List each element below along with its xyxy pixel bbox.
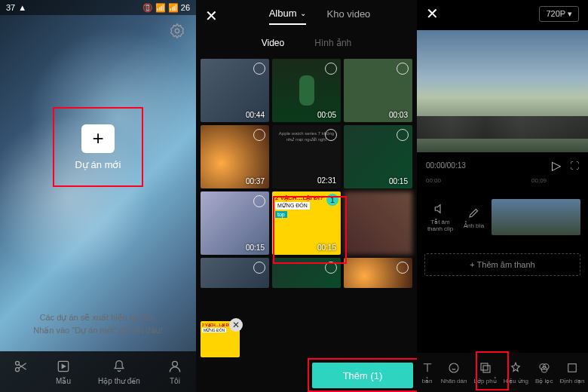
scissors-icon xyxy=(14,359,29,374)
video-thumb[interactable]: 00:44 xyxy=(201,59,269,122)
tab-album[interactable]: Album⌄ xyxy=(269,8,306,25)
bell-icon xyxy=(112,359,127,374)
new-project-label: Dự án mới xyxy=(75,159,121,170)
fullscreen-button[interactable]: ⛶ xyxy=(570,161,579,171)
play-button[interactable]: ▷ xyxy=(552,158,561,173)
format-icon xyxy=(565,361,579,375)
add-audio-button[interactable]: + Thêm âm thanh xyxy=(424,253,580,276)
svg-point-0 xyxy=(175,29,179,33)
highlight-annotation xyxy=(273,196,347,264)
svg-point-5 xyxy=(449,363,458,372)
select-circle[interactable] xyxy=(397,262,409,274)
tab-template[interactable]: Mẫu xyxy=(56,359,71,385)
tab-me[interactable]: Tôi xyxy=(167,359,182,385)
tab-inbox[interactable]: Hộp thư đến xyxy=(98,359,140,385)
svg-point-4 xyxy=(173,361,178,366)
effects-icon xyxy=(509,361,522,375)
select-circle[interactable] xyxy=(325,129,337,141)
tab-edit[interactable]: . xyxy=(14,359,29,385)
video-thumb[interactable]: 00:03 xyxy=(344,59,412,122)
select-circle[interactable] xyxy=(253,262,265,274)
pencil-icon xyxy=(467,206,481,219)
playback-time: 00:00/00:13 xyxy=(426,161,543,170)
select-circle[interactable] xyxy=(397,195,409,207)
mute-clip-button[interactable]: Tắt âm thanh clip xyxy=(424,202,456,232)
timeline-ticks: 00:0000:09 xyxy=(417,176,588,185)
status-indicators: 📵 📶 📶 26 xyxy=(26,3,190,13)
user-icon xyxy=(167,359,182,374)
video-thumb[interactable] xyxy=(344,191,412,255)
video-thumb[interactable]: 02:31 xyxy=(272,125,341,188)
close-button[interactable]: ✕ xyxy=(426,5,439,23)
video-thumb[interactable] xyxy=(344,258,412,288)
video-preview[interactable] xyxy=(417,30,588,152)
highlight-annotation xyxy=(308,358,417,392)
tool-sticker[interactable]: Nhãn dán xyxy=(441,361,467,384)
timeline-clip[interactable] xyxy=(492,199,580,235)
cover-image-button[interactable]: Ảnh bìa xyxy=(464,206,484,229)
select-circle[interactable] xyxy=(253,63,265,75)
select-circle[interactable] xyxy=(397,129,409,141)
select-circle[interactable] xyxy=(325,63,337,75)
camera-icon: ▲ xyxy=(18,3,26,12)
settings-button[interactable] xyxy=(169,23,185,42)
tool-format[interactable]: Định dạn xyxy=(560,361,585,384)
filter-icon xyxy=(537,361,551,375)
plus-icon xyxy=(81,124,115,153)
video-thumb[interactable]: 00:15 xyxy=(344,125,412,188)
status-time: 37 xyxy=(6,3,15,12)
speaker-icon xyxy=(433,202,447,216)
tool-filter[interactable]: Bộ lọc xyxy=(535,361,553,384)
selected-clips-strip: 2 VẠCH…LẠI ĐI? MỪNG ĐÓN ✕ xyxy=(201,321,240,357)
resolution-selector[interactable]: 720P ▾ xyxy=(539,6,579,22)
subtab-video[interactable]: Video xyxy=(262,38,284,48)
video-thumb[interactable]: 00:05 xyxy=(272,59,341,122)
highlight-annotation xyxy=(476,351,509,390)
text-icon xyxy=(421,361,434,375)
select-circle[interactable] xyxy=(253,195,265,207)
empty-state-hint: Các dự án sẽ xuất hiện tại đây. Nhấn vào… xyxy=(0,311,196,336)
select-circle[interactable] xyxy=(253,129,265,141)
video-thumb[interactable]: 00:15 xyxy=(201,191,269,255)
video-thumb[interactable] xyxy=(201,258,269,288)
tab-storage[interactable]: Kho video xyxy=(327,8,371,24)
chevron-down-icon: ⌄ xyxy=(300,9,306,17)
svg-rect-11 xyxy=(568,363,577,372)
selected-clip-thumb[interactable]: 2 VẠCH…LẠI ĐI? MỪNG ĐÓN ✕ xyxy=(201,321,240,357)
video-thumb[interactable]: 00:37 xyxy=(201,125,269,188)
subtab-image[interactable]: Hình ảnh xyxy=(314,38,351,48)
close-button[interactable]: ✕ xyxy=(205,7,218,25)
sticker-icon xyxy=(447,361,461,375)
tool-text[interactable]: bản xyxy=(421,361,434,384)
new-project-button[interactable]: Dự án mới xyxy=(60,113,136,181)
remove-clip-button[interactable]: ✕ xyxy=(229,318,243,332)
template-icon xyxy=(56,359,71,374)
select-circle[interactable] xyxy=(397,63,409,75)
